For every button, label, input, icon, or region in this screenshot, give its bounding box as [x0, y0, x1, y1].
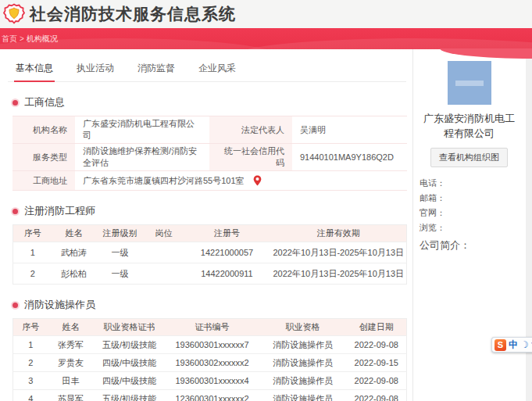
breadcrumb-current: 机构概况	[27, 34, 58, 43]
field-label: 工商地址	[12, 171, 75, 191]
email-label: 邮箱：	[420, 192, 525, 204]
sogou-logo-icon[interactable]: S	[495, 339, 506, 351]
field-label: 服务类型	[12, 144, 75, 171]
table-row: 2 彭松柏 一级 14422000911 2022年10月13日-2025年10…	[13, 263, 407, 285]
operators-table: 序号 姓名 职业资格证书 证书编号 职业资格 创建日期 1 张秀军 五级/初级技…	[12, 318, 407, 401]
tab-fire-supervision[interactable]: 消防监督	[136, 56, 177, 81]
field-label: 法定代表人	[209, 116, 292, 144]
tab-company-showcase[interactable]: 企业风采	[197, 56, 237, 81]
field-label: 机构名称	[12, 116, 75, 144]
org-name-value: 广东盛安消防机电工程有限公司	[75, 116, 209, 144]
company-name: 广东盛安消防机电工程有限公司	[420, 111, 519, 141]
website-label: 官网：	[420, 207, 525, 219]
tab-practice-activity[interactable]: 执业活动	[75, 56, 116, 81]
section-title-engineers: 注册消防工程师	[12, 204, 412, 218]
bullet-dot-icon	[12, 303, 18, 308]
table-row: 1 张秀军 五级/初级技能 193600301xxxxxx7 消防设施操作员 2…	[13, 336, 407, 354]
col-header: 职业资格	[259, 319, 347, 336]
col-header: 注册级别	[96, 225, 145, 242]
breadcrumb: 首页>机构概况	[2, 34, 58, 45]
phone-label: 电话：	[420, 177, 525, 189]
legal-rep-value: 吴满明	[292, 116, 407, 144]
ime-toolbar: S 中 ☽ ’,	[491, 337, 532, 353]
ime-chinese-mode-button[interactable]: 中	[509, 338, 518, 352]
field-label: 统一社会信用代码	[209, 144, 292, 171]
col-header: 序号	[13, 225, 52, 242]
tab-basic-info[interactable]: 基本信息	[14, 56, 55, 82]
table-row: 2 罗贵友 四级/中级技能 193600302xxxxxx2 消防设施操作员 2…	[13, 354, 407, 372]
app-header: 社会消防技术服务信息系统	[0, 0, 532, 28]
table-header-row: 序号 姓名 注册级别 岗位 注册号 注册有效期	[13, 225, 407, 242]
location-pin-icon[interactable]	[253, 175, 262, 186]
breadcrumb-banner: 首页>机构概况	[0, 28, 532, 49]
table-row: 服务类型 消防设施维护保养检测/消防安全评估 统一社会信用代码 91440101…	[12, 144, 407, 171]
col-header: 岗位	[145, 225, 184, 242]
tab-bar: 基本信息 执业活动 消防监督 企业风采	[8, 56, 406, 82]
col-header: 创建日期	[347, 319, 407, 336]
company-profile-label: 公司简介：	[420, 238, 525, 252]
table-row: 3 田丰 四级/中级技能 193600301xxxxxx4 消防设施操作员 20…	[13, 372, 407, 390]
table-row: 机构名称 广东盛安消防机电工程有限公司 法定代表人 吴满明	[12, 116, 407, 144]
credit-code-value: 91440101MA9Y186Q2D	[292, 144, 407, 171]
service-type-value: 消防设施维护保养检测/消防安全评估	[75, 144, 209, 171]
address-cell: 广东省东莞市塘厦镇四村沙河路55号101室	[75, 171, 407, 191]
breadcrumb-home-link[interactable]: 首页	[2, 34, 17, 43]
main-panel: 基本信息 执业活动 消防监督 企业风采 工商信息 机构名称 广东盛安消防机电工程…	[0, 49, 413, 401]
table-row: 工商地址 广东省东莞市塘厦镇四村沙河路55号101室	[12, 171, 407, 191]
col-header: 姓名	[48, 319, 94, 336]
table-header-row: 序号 姓名 职业资格证书 证书编号 职业资格 创建日期	[13, 319, 407, 336]
col-header: 职业资格证书	[94, 319, 166, 336]
table-row: 1 武柏涛 一级 14221000057 2022年10月13日-2025年10…	[13, 242, 407, 263]
contact-fields: 电话： 邮箱： 官网： 浏览：	[420, 177, 525, 234]
col-header: 姓名	[52, 225, 96, 242]
col-header: 注册有效期	[271, 225, 407, 242]
col-header: 证书编号	[166, 319, 259, 336]
company-logo-image	[448, 61, 491, 105]
section-title-operators: 消防设施操作员	[12, 298, 412, 312]
engineers-table: 序号 姓名 注册级别 岗位 注册号 注册有效期 1 武柏涛 一级 1422100…	[12, 224, 407, 285]
page-title: 社会消防技术服务信息系统	[30, 3, 236, 25]
business-info-table: 机构名称 广东盛安消防机电工程有限公司 法定代表人 吴满明 服务类型 消防设施维…	[12, 116, 407, 191]
logo-placeholder-text	[455, 81, 484, 86]
col-header: 注册号	[184, 225, 271, 242]
view-org-chart-button[interactable]: 查看机构组织图	[430, 148, 508, 167]
section-title-business-info: 工商信息	[12, 95, 412, 109]
breadcrumb-separator: >	[20, 34, 24, 43]
bullet-dot-icon	[12, 100, 18, 106]
table-row: 4 苏显军 五级/初级技能 123600301xxxxxx2 消防设施操作员 2…	[13, 390, 407, 401]
ime-moon-icon[interactable]: ☽	[520, 340, 529, 349]
col-header: 序号	[13, 319, 48, 336]
address-value: 广东省东莞市塘厦镇四村沙河路55号101室	[83, 176, 245, 185]
views-label: 浏览：	[420, 222, 525, 234]
bullet-dot-icon	[12, 209, 18, 214]
app-logo-shield-icon	[3, 3, 25, 25]
